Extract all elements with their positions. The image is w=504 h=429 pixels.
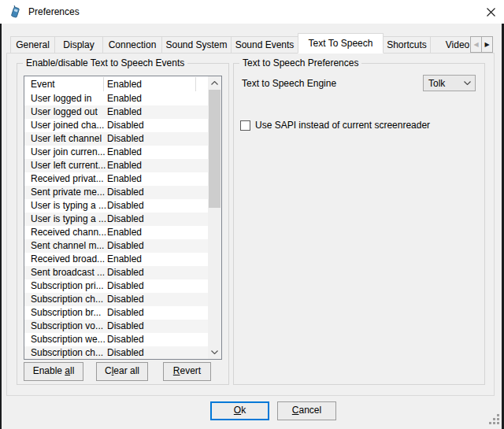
event-name: Subscription we... <box>31 333 107 346</box>
tab-sound-system[interactable]: Sound System <box>161 36 232 54</box>
event-row[interactable]: Received privat...Enabled <box>24 172 208 186</box>
use-sapi-checkbox[interactable] <box>240 120 250 131</box>
close-button[interactable] <box>480 4 501 20</box>
tab-scroll-left-button[interactable]: ◀ <box>470 36 482 53</box>
event-status: Enabled <box>107 159 142 172</box>
event-name: Subscription br... <box>31 306 107 320</box>
event-name: Sent broadcast ... <box>31 266 107 279</box>
chevron-down-icon <box>211 350 218 354</box>
event-status: Disabled <box>107 199 144 213</box>
event-row[interactable]: Subscription we...Disabled <box>24 333 208 346</box>
event-name: Received broad... <box>31 253 107 266</box>
event-row[interactable]: User logged outEnabled <box>24 105 208 119</box>
event-name: Subscription pri... <box>31 279 107 293</box>
event-status: Disabled <box>107 293 144 306</box>
event-row[interactable]: User logged inEnabled <box>24 92 208 105</box>
event-row[interactable]: Received broad...Enabled <box>24 253 208 266</box>
event-row[interactable]: User left current...Enabled <box>24 159 208 172</box>
tab-shortcuts[interactable]: Shortcuts <box>383 36 431 54</box>
tab-display[interactable]: Display <box>54 36 103 54</box>
event-name: User left channel <box>31 132 107 146</box>
scroll-down-button[interactable] <box>208 346 221 359</box>
event-status: Disabled <box>107 213 144 226</box>
preferences-dialog: Preferences GeneralDisplayConnectionSoun… <box>0 0 504 429</box>
event-status: Disabled <box>107 186 144 199</box>
event-status: Disabled <box>107 132 144 146</box>
event-name: Sent private me... <box>31 186 107 199</box>
event-status: Disabled <box>107 346 144 359</box>
event-row[interactable]: Subscription pri...Disabled <box>24 279 208 293</box>
event-status: Enabled <box>107 92 142 105</box>
event-list-header: Event Enabled <box>24 76 221 92</box>
event-name: Received chann... <box>31 226 107 239</box>
event-status: Disabled <box>107 119 144 132</box>
event-row[interactable]: Subscription br...Disabled <box>24 306 208 320</box>
arrow-left-icon: ◀ <box>473 41 478 48</box>
event-row[interactable]: User joined cha...Disabled <box>24 119 208 132</box>
event-status: Disabled <box>107 279 144 293</box>
app-icon <box>9 6 21 18</box>
event-row[interactable]: Sent channel m...Disabled <box>24 239 208 253</box>
clear-all-button[interactable]: Clear all <box>96 362 148 381</box>
tab-connection[interactable]: Connection <box>102 36 162 54</box>
use-sapi-label[interactable]: Use SAPI instead of current screenreader <box>255 120 430 131</box>
event-name: User logged in <box>31 92 107 105</box>
desktop-edge-left <box>0 24 2 429</box>
event-name: Subscription ch... <box>31 346 107 359</box>
event-name: User logged out <box>31 105 107 119</box>
close-icon <box>487 8 495 17</box>
arrow-right-icon: ▶ <box>484 41 489 48</box>
column-divider[interactable] <box>103 77 104 91</box>
vertical-scrollbar[interactable] <box>208 76 221 359</box>
column-divider[interactable] <box>195 77 196 91</box>
tab-text-to-speech[interactable]: Text To Speech <box>298 33 384 54</box>
column-header-event[interactable]: Event <box>31 76 55 92</box>
event-row[interactable]: Sent broadcast ...Disabled <box>24 266 208 279</box>
event-list-rows: User logged inEnabledUser logged outEnab… <box>24 92 208 359</box>
event-name: User joined cha... <box>31 119 107 132</box>
cancel-button[interactable]: Cancel <box>277 401 336 420</box>
tts-engine-value: Tolk <box>424 78 464 89</box>
tab-scroll-right-button[interactable]: ▶ <box>481 36 493 53</box>
event-row[interactable]: User left channelDisabled <box>24 132 208 146</box>
event-list[interactable]: Event Enabled User logged inEnabledUser … <box>24 76 222 360</box>
tts-engine-dropdown[interactable]: Tolk <box>423 75 476 91</box>
event-name: Subscription ch... <box>31 293 107 306</box>
event-status: Enabled <box>107 253 142 266</box>
resize-grip[interactable] <box>488 413 500 425</box>
event-name: Subscription vo... <box>31 320 107 333</box>
tab-scroll-buttons: ◀ ▶ <box>471 36 493 53</box>
tab-video[interactable]: Video <box>430 36 471 54</box>
tab-strip: GeneralDisplayConnectionSound SystemSoun… <box>10 33 471 54</box>
chevron-up-icon <box>211 81 218 85</box>
event-status: Disabled <box>107 320 144 333</box>
ok-button[interactable]: Ok <box>210 401 269 420</box>
event-status: Enabled <box>107 105 142 119</box>
event-row[interactable]: Received chann...Enabled <box>24 226 208 239</box>
event-status: Disabled <box>107 333 144 346</box>
enable-all-button[interactable]: Enable all <box>24 362 83 381</box>
scroll-up-button[interactable] <box>208 76 221 90</box>
title-bar[interactable]: Preferences <box>0 0 504 24</box>
event-status: Enabled <box>107 146 142 159</box>
revert-button[interactable]: Revert <box>163 362 211 381</box>
event-name: User join curren... <box>31 146 107 159</box>
event-row[interactable]: Sent private me...Disabled <box>24 186 208 199</box>
event-row[interactable]: Subscription ch...Disabled <box>24 346 208 359</box>
tts-engine-label: Text to Speech Engine <box>242 78 336 89</box>
event-row[interactable]: Subscription vo...Disabled <box>24 320 208 333</box>
event-row[interactable]: User is typing a ...Disabled <box>24 199 208 213</box>
scrollbar-thumb[interactable] <box>209 90 220 208</box>
events-group-title: Enable/disable Text to Speech Events <box>23 57 187 68</box>
event-row[interactable]: User is typing a ...Disabled <box>24 213 208 226</box>
tab-sound-events[interactable]: Sound Events <box>231 36 298 54</box>
tab-general[interactable]: General <box>10 36 55 54</box>
event-row[interactable]: User join curren...Enabled <box>24 146 208 159</box>
column-header-enabled[interactable]: Enabled <box>107 76 142 92</box>
tts-group-box: Text to Speech Preferences <box>233 63 485 385</box>
event-name: Sent channel m... <box>31 239 107 253</box>
event-name: User is typing a ... <box>31 199 107 213</box>
event-status: Disabled <box>107 239 144 253</box>
event-row[interactable]: Subscription ch...Disabled <box>24 293 208 306</box>
event-status: Disabled <box>107 306 144 320</box>
